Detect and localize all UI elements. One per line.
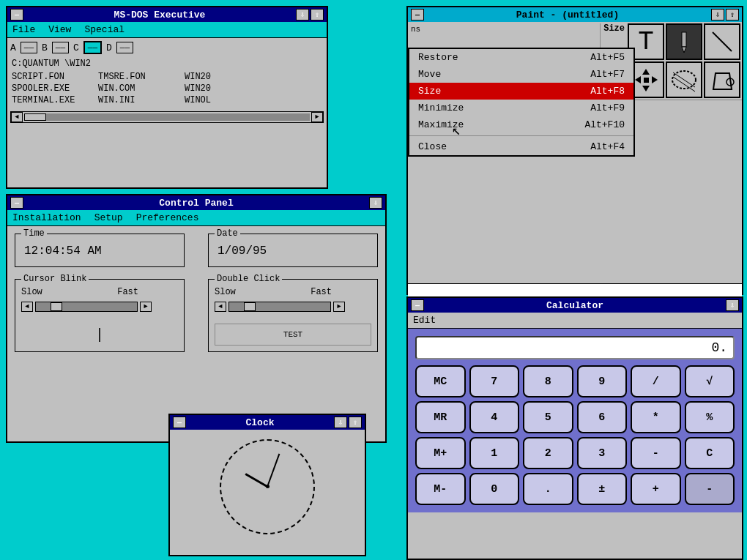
hour-hand [245, 473, 268, 488]
scroll-right-btn[interactable]: ► [311, 112, 323, 122]
calc-btn-8[interactable]: 8 [523, 365, 573, 397]
calc-row-3: M+ 1 2 3 - C [415, 437, 735, 469]
calc-menu-edit[interactable]: Edit [411, 314, 438, 326]
menu-minimize[interactable]: Minimize Alt+F9 [409, 100, 633, 116]
drive-a-btn[interactable]: —— [21, 42, 37, 53]
clock-controls: ⇩ ⇧ [334, 417, 362, 428]
cursor-blink-right[interactable]: ► [140, 302, 152, 312]
calculator-title-bar: — Calculator ⇩ [408, 298, 742, 313]
clock-scroll-down[interactable]: ⇩ [334, 417, 347, 428]
double-click-thumb[interactable] [244, 302, 256, 311]
calc-btn-4[interactable]: 4 [469, 401, 520, 433]
msdos-menu-view[interactable]: View [46, 23, 73, 36]
calc-btn-mc[interactable]: MC [415, 365, 466, 397]
calc-btn-minus[interactable]: - [631, 437, 681, 469]
cursor-blink-left[interactable]: ◄ [21, 302, 33, 312]
menu-close[interactable]: Close Alt+F4 [409, 138, 633, 155]
drive-b-btn[interactable]: —— [52, 42, 69, 53]
cp-menu-installation[interactable]: Installation [10, 212, 83, 224]
calc-sys-menu[interactable]: — [411, 299, 424, 311]
paint-dropdown-menu: Restore Alt+F5 Move Alt+F7 Size Alt+F8 M… [408, 48, 635, 157]
msdos-menu-file[interactable]: File [10, 23, 37, 36]
svg-marker-5 [635, 76, 641, 83]
line-tool-btn[interactable] [704, 23, 740, 60]
calc-btn-5[interactable]: 5 [523, 401, 573, 433]
time-label: Time [21, 228, 47, 239]
double-click-left[interactable]: ◄ [215, 302, 226, 312]
menu-restore-key: Alt+F5 [590, 52, 625, 63]
calc-btn-7[interactable]: 7 [469, 365, 520, 397]
calc-btn-dot[interactable]: . [523, 473, 573, 505]
file-cell[interactable]: TERMINAL.EXE [12, 95, 92, 105]
scroll-track[interactable] [24, 113, 310, 121]
msdos-title: MS-DOS Executive [23, 10, 296, 20]
calc-btn-c[interactable]: C [685, 437, 735, 469]
cursor-blink-thumb[interactable] [51, 302, 62, 311]
file-cell[interactable]: SCRIPT.FON [12, 72, 92, 82]
drive-d-btn[interactable]: —— [116, 42, 133, 53]
msdos-scroll-up[interactable]: ⇧ [311, 9, 324, 20]
drive-tabs: A —— B —— C —— D —— [10, 41, 324, 54]
cp-menu-preferences[interactable]: Preferences [134, 212, 201, 224]
paint-scroll-up[interactable]: ⇧ [726, 9, 739, 20]
fill-tool-btn[interactable] [666, 61, 702, 98]
calc-btn-plus[interactable]: + [631, 473, 681, 505]
calc-btn-2[interactable]: 2 [523, 437, 573, 469]
calc-btn-3[interactable]: 3 [577, 437, 628, 469]
menu-move[interactable]: Move Alt+F7 [409, 66, 633, 83]
file-cell[interactable]: WIN20 [185, 72, 265, 82]
menu-move-label: Move [418, 69, 441, 80]
calc-btn-eq[interactable]: - [685, 473, 735, 505]
control-panel-controls: ⇩ [369, 197, 382, 209]
calc-btn-pct[interactable]: % [685, 401, 735, 433]
calc-btn-0[interactable]: 0 [469, 473, 520, 505]
msdos-scroll-down[interactable]: ⇩ [296, 9, 309, 20]
calc-btn-mplus[interactable]: M+ [415, 437, 466, 469]
horizontal-scrollbar[interactable]: ◄ ► [10, 111, 324, 123]
msdos-sys-menu[interactable]: — [10, 9, 23, 20]
double-click-right[interactable]: ► [333, 302, 345, 312]
calc-menu-bar: Edit [408, 313, 742, 329]
calc-btn-plusminus[interactable]: ± [577, 473, 628, 505]
msdos-menu-special[interactable]: Special [82, 23, 127, 36]
cursor-blink-track[interactable] [35, 302, 138, 312]
pencil-tool-btn[interactable] [666, 23, 702, 60]
clock-scroll-up[interactable]: ⇧ [349, 417, 362, 428]
file-cell[interactable]: TMSRE.FON [98, 72, 179, 82]
file-cell[interactable]: SPOOLER.EXE [12, 83, 92, 94]
paint-sys-menu[interactable]: — [411, 9, 424, 20]
calc-display: 0. [415, 336, 735, 359]
bucket-tool-btn[interactable] [704, 61, 740, 98]
paint-tools-row1: T [628, 23, 740, 60]
paint-window: — Paint - (untitled) ⇩ ⇧ ns Size T [406, 6, 743, 295]
paint-title: Paint - (untitled) [424, 10, 711, 20]
scroll-thumb[interactable] [24, 113, 46, 121]
menu-size[interactable]: Size Alt+F8 [409, 83, 633, 100]
double-click-test-area[interactable]: TEST [215, 324, 371, 346]
calculator-title: Calculator [424, 300, 726, 311]
calc-btn-1[interactable]: 1 [469, 437, 520, 469]
file-cell[interactable]: WIN.INI [98, 95, 179, 105]
control-panel-sys-menu[interactable]: — [10, 197, 23, 209]
scroll-left-btn[interactable]: ◄ [11, 112, 23, 122]
calc-btn-mminus[interactable]: M- [415, 473, 466, 505]
calc-btn-sqrt[interactable]: √ [685, 365, 735, 397]
cp-menu-setup[interactable]: Setup [92, 212, 125, 224]
file-cell[interactable]: WIN20 [185, 83, 265, 94]
drive-c-btn[interactable]: —— [83, 41, 102, 54]
clock-sys-menu[interactable]: — [173, 417, 186, 428]
time-value: 12:04:54 AM [21, 242, 178, 261]
paint-scroll-down[interactable]: ⇩ [711, 9, 724, 20]
calc-scroll-down[interactable]: ⇩ [726, 299, 739, 311]
calc-btn-div[interactable]: / [631, 365, 681, 397]
calc-btn-mr[interactable]: MR [415, 401, 466, 433]
menu-restore[interactable]: Restore Alt+F5 [409, 49, 633, 66]
control-panel-scroll-down[interactable]: ⇩ [369, 197, 382, 209]
calc-btn-mul[interactable]: * [631, 401, 681, 433]
file-cell[interactable]: WIN.COM [98, 83, 179, 94]
file-cell[interactable]: WINOL [185, 95, 265, 105]
calc-btn-9[interactable]: 9 [577, 365, 628, 397]
calc-btn-6[interactable]: 6 [577, 401, 628, 433]
menu-maximize[interactable]: Maximize Alt+F10 [409, 116, 633, 133]
double-click-track[interactable] [228, 302, 331, 312]
